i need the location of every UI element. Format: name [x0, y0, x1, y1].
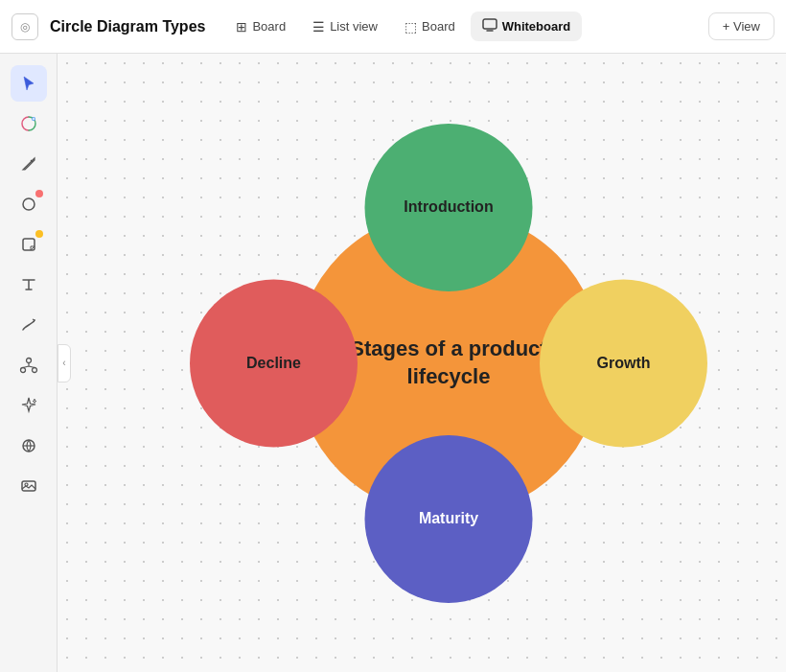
header: ◎ Circle Diagram Types ⊞ Board ☰ List vi… [0, 0, 786, 54]
sticky-dot [35, 230, 43, 238]
circle-decline-label: Decline [246, 355, 301, 372]
tool-connector[interactable] [11, 307, 47, 343]
circle-maturity-label: Maturity [419, 510, 478, 527]
circle-growth-label: Growth [597, 355, 651, 372]
nav-whiteboard-label: Whiteboard [502, 19, 571, 34]
svg-point-4 [26, 359, 31, 363]
page-title: Circle Diagram Types [50, 18, 205, 35]
whiteboard-icon [482, 17, 497, 35]
svg-point-2 [23, 198, 35, 210]
tool-sticky[interactable] [11, 226, 47, 263]
diagram-container: Stages of a product lifecycle Introducti… [180, 114, 717, 613]
tool-shape[interactable] [11, 186, 47, 222]
tool-text[interactable] [11, 266, 47, 303]
nav-board2[interactable]: ⬚ Board [393, 13, 467, 40]
svg-rect-8 [22, 481, 35, 491]
circle-decline: Decline [190, 279, 358, 447]
circle-growth: Growth [540, 279, 707, 447]
view-button-label: + View [723, 19, 760, 34]
left-sidebar [0, 54, 58, 672]
shape-dot [35, 190, 43, 197]
tool-diagram[interactable] [11, 347, 47, 383]
svg-rect-0 [483, 19, 497, 29]
board1-icon: ⊞ [236, 19, 247, 35]
nav-whiteboard[interactable]: Whiteboard [471, 12, 583, 41]
svg-point-6 [32, 368, 36, 373]
nav-board1[interactable]: ⊞ Board [224, 13, 297, 40]
listview-icon: ☰ [312, 19, 325, 35]
nav-bar: ⊞ Board ☰ List view ⬚ Board Whiteboard [224, 12, 582, 41]
nav-listview-label: List view [330, 19, 378, 34]
whiteboard-canvas[interactable]: ‹ Stages of a product lifecycle Introduc… [58, 54, 786, 672]
canvas-area: ‹ Stages of a product lifecycle Introduc… [0, 54, 786, 672]
circle-maturity: Maturity [365, 435, 533, 603]
svg-point-5 [20, 368, 25, 373]
tool-ai[interactable] [11, 387, 47, 424]
circle-introduction: Introduction [365, 124, 533, 291]
nav-board2-label: Board [422, 19, 455, 34]
tool-image[interactable] [11, 468, 47, 504]
collapse-handle[interactable]: ‹ [58, 344, 71, 382]
nav-board1-label: Board [252, 19, 286, 34]
tool-smart-draw[interactable] [11, 105, 47, 142]
view-button[interactable]: + View [708, 12, 774, 40]
tool-pen[interactable] [11, 146, 47, 182]
app-logo: ◎ [12, 13, 38, 40]
circle-introduction-label: Introduction [404, 198, 493, 216]
collapse-icon: ‹ [62, 358, 65, 368]
nav-listview[interactable]: ☰ List view [301, 13, 389, 40]
tool-globe[interactable] [11, 428, 47, 464]
tool-select[interactable] [11, 65, 47, 102]
board2-icon: ⬚ [405, 19, 417, 35]
svg-point-9 [25, 483, 28, 486]
